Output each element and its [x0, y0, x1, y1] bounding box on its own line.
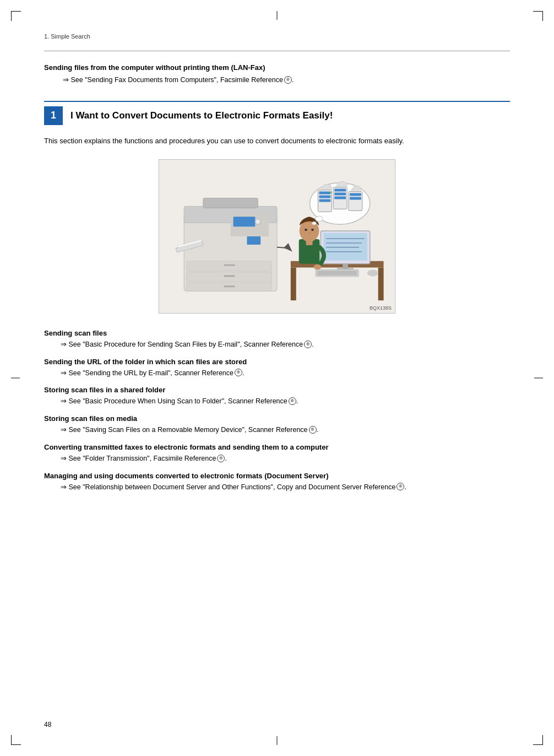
subsection-1-arrow: ⇒ See "Sending the URL by E-mail", Scann…: [61, 368, 510, 379]
subsection-3-heading: Storing scan files on media: [44, 414, 510, 423]
subsection-0-heading: Sending scan files: [44, 329, 510, 337]
sending-files-section: Sending files from the computer without …: [44, 63, 510, 85]
svg-rect-35: [350, 197, 361, 199]
svg-rect-31: [334, 192, 346, 195]
main-section-header: 1 I Want to Convert Documents to Electro…: [44, 101, 510, 125]
subsection-1-heading: Sending the URL of the folder in which s…: [44, 358, 510, 366]
svg-rect-17: [306, 241, 313, 245]
illustration-svg: [159, 160, 395, 313]
subsection-0-arrow: ⇒ See "Basic Procedure for Sending Scan …: [61, 339, 510, 350]
corner-mark-bl: [11, 735, 21, 745]
subsection-3-text: ⇒ See "Saving Scan Files on a Removable …: [61, 426, 308, 434]
svg-point-23: [312, 222, 317, 225]
svg-rect-38: [203, 198, 258, 208]
svg-rect-44: [247, 236, 260, 245]
svg-rect-27: [319, 199, 330, 202]
subsection-2-arrow: ⇒ See "Basic Procedure When Using Scan t…: [61, 396, 510, 407]
page-number: 48: [44, 721, 51, 728]
subsection-1-text: ⇒ See "Sending the URL by E-mail", Scann…: [61, 369, 233, 377]
subsection-4: Converting transmitted faxes to electron…: [44, 443, 510, 464]
svg-rect-34: [350, 193, 361, 196]
subsection-0: Sending scan files ⇒ See "Basic Procedur…: [44, 329, 510, 350]
center-mark-left: [11, 378, 20, 379]
center-mark-bottom: [277, 736, 278, 745]
center-mark-right: [534, 378, 543, 379]
page: 1. Simple Search Sending files from the …: [0, 0, 554, 756]
ref-icon-2: ®: [289, 397, 296, 405]
subsection-4-arrow: ⇒ See "Folder Transmission", Facsimile R…: [61, 453, 510, 464]
corner-mark-br: [533, 735, 543, 745]
sending-files-text: ⇒ See "Sending Fax Documents from Comput…: [63, 76, 283, 84]
svg-rect-49: [224, 275, 235, 277]
svg-rect-25: [319, 191, 330, 194]
top-divider: [44, 51, 510, 51]
subsection-5: Managing and using documents converted t…: [44, 472, 510, 493]
corner-mark-tr: [533, 11, 543, 21]
section-title: I Want to Convert Documents to Electroni…: [70, 110, 333, 121]
center-mark-top: [277, 11, 278, 20]
svg-rect-5: [323, 233, 367, 261]
subsection-5-heading: Managing and using documents converted t…: [44, 472, 510, 480]
breadcrumb: 1. Simple Search: [44, 33, 510, 40]
svg-rect-42: [233, 217, 256, 226]
illustration-container: BQX138S: [44, 159, 510, 314]
ref-icon-5: ®: [397, 483, 404, 490]
svg-rect-30: [334, 188, 346, 191]
svg-point-22: [316, 216, 323, 222]
subsection-5-arrow: ⇒ See "Relationship between Document Ser…: [61, 482, 510, 493]
ref-icon-sending-files: ®: [284, 76, 292, 84]
sending-files-heading: Sending files from the computer without …: [44, 63, 510, 72]
subsection-2: Storing scan files in a shared folder ⇒ …: [44, 386, 510, 407]
subsection-2-heading: Storing scan files in a shared folder: [44, 386, 510, 394]
subsection-3-arrow: ⇒ See "Saving Scan Files on a Removable …: [61, 425, 510, 435]
subsection-4-heading: Converting transmitted faxes to electron…: [44, 443, 510, 451]
svg-rect-13: [317, 271, 356, 275]
ref-icon-3: ®: [309, 426, 317, 434]
sending-files-arrow: ⇒ See "Sending Fax Documents from Comput…: [61, 75, 510, 85]
svg-rect-2: [291, 267, 296, 300]
ref-icon-4: ®: [217, 455, 225, 462]
svg-rect-3: [378, 267, 384, 300]
svg-rect-26: [319, 195, 330, 198]
svg-point-18: [305, 229, 307, 231]
svg-point-20: [314, 264, 322, 269]
subsections-container: Sending scan files ⇒ See "Basic Procedur…: [44, 329, 510, 493]
image-label: BQX138S: [370, 305, 392, 311]
subsection-1: Sending the URL of the folder in which s…: [44, 358, 510, 379]
ref-icon-1: ®: [235, 369, 242, 376]
svg-rect-48: [224, 264, 235, 266]
svg-point-43: [255, 219, 260, 224]
svg-point-14: [367, 269, 378, 276]
subsection-2-text: ⇒ See "Basic Procedure When Using Scan t…: [61, 397, 287, 405]
ref-icon-0: ®: [304, 341, 312, 348]
svg-point-28: [330, 192, 332, 193]
subsection-4-text: ⇒ See "Folder Transmission", Facsimile R…: [61, 455, 216, 462]
section-intro: This section explains the functions and …: [44, 135, 510, 147]
svg-rect-50: [224, 285, 235, 287]
svg-rect-32: [334, 196, 346, 199]
svg-point-19: [311, 229, 314, 231]
subsection-5-text: ⇒ See "Relationship between Document Ser…: [61, 483, 395, 491]
corner-mark-tl: [11, 11, 21, 21]
subsection-0-text: ⇒ See "Basic Procedure for Sending Scan …: [61, 341, 303, 348]
section-number-box: 1: [44, 106, 63, 125]
illustration-box: BQX138S: [159, 159, 395, 314]
subsection-3: Storing scan files on media ⇒ See "Savin…: [44, 414, 510, 435]
